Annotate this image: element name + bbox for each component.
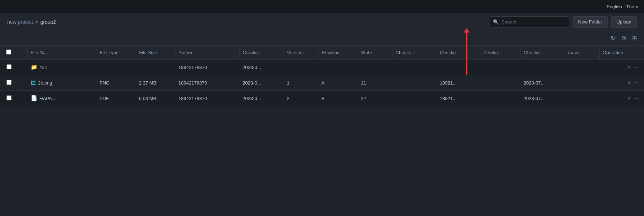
breadcrumb-bar: new proiect > group2 🔍 New Folder Upload [0, 13, 644, 31]
top-bar: English Them [0, 0, 644, 13]
row-state [358, 60, 392, 75]
favorite-icon[interactable]: ★ [627, 95, 631, 101]
breadcrumb-root[interactable]: new proiect [7, 19, 33, 25]
new-folder-button[interactable]: New Folder [573, 16, 607, 28]
fullscreen-icon[interactable]: ⧉ [620, 34, 627, 43]
header-state[interactable]: State [358, 46, 392, 60]
header-checkbox-cell[interactable] [0, 46, 18, 60]
theme-selector[interactable]: Them [626, 4, 638, 9]
table-row: 📄 HAPAT... PDF 6.03 MB 18942178870 2023-… [0, 91, 644, 106]
row-checke3 [481, 75, 520, 91]
row-checke4: 2023-07... [521, 75, 565, 91]
row-checkbox-cell[interactable] [0, 60, 18, 75]
toolbar-row: ↻ ⧉ ⊞ [0, 31, 644, 46]
row-author: 18942178870 [176, 91, 240, 106]
header-revision[interactable]: Revision [319, 46, 358, 60]
row-checke4: 2023-07... [521, 91, 565, 106]
row-checkbox-cell[interactable] [0, 91, 18, 106]
row-checke1 [392, 60, 437, 75]
row-filename[interactable]: 📁 #21 [28, 60, 97, 75]
row-checke2: 18921... [437, 91, 481, 106]
row-revision: B [319, 91, 358, 106]
file-type-icon: 📁 [31, 64, 37, 70]
row-state: 22 [358, 91, 392, 106]
filename-text: #21 [40, 65, 48, 70]
file-type-icon: 📄 [31, 95, 37, 101]
red-arrow-indicator [466, 32, 467, 75]
more-options-icon[interactable]: ··· [634, 63, 641, 71]
row-filesize [136, 60, 176, 75]
row-creation: 2023-0... [240, 60, 284, 75]
row-operation[interactable]: ★ ··· [600, 91, 644, 106]
header-filesize[interactable]: File Size [136, 46, 176, 60]
row-creation: 2023-0... [240, 75, 284, 91]
breadcrumb-actions: 🔍 New Folder Upload [490, 16, 637, 28]
row-revision [319, 60, 358, 75]
row-checkbox-cell[interactable] [0, 75, 18, 91]
table-row: 📁 #21 18942178870 2023-0... ★ ··· [0, 60, 644, 75]
header-checke2[interactable]: Checke... [437, 46, 481, 60]
breadcrumb-current: group2 [40, 19, 56, 25]
header-version[interactable]: Version [284, 46, 319, 60]
upload-button[interactable]: Upload [611, 16, 637, 28]
row-author: 18942178870 [176, 60, 240, 75]
row-operation[interactable]: ★ ··· [600, 60, 644, 75]
row-drag-handle [18, 91, 27, 106]
row-checke2 [437, 60, 481, 75]
row-drag-handle [18, 75, 27, 91]
header-checke1[interactable]: Checke... [392, 46, 437, 60]
language-selector[interactable]: English [607, 4, 622, 9]
row-version: 1 [284, 75, 319, 91]
header-checke4[interactable]: Checke... [521, 46, 565, 60]
row-filetype: PNG [97, 75, 136, 91]
header-drag [18, 46, 27, 60]
favorite-icon[interactable]: ★ [627, 79, 631, 86]
grid-icon[interactable]: ⊞ [631, 33, 638, 43]
row-checkbox[interactable] [6, 95, 12, 100]
file-table: File Na... File Type File Size Author Cr… [0, 46, 644, 106]
row-checkbox[interactable] [6, 64, 12, 69]
row-major [565, 60, 600, 75]
table-header-row: File Na... File Type File Size Author Cr… [0, 46, 644, 60]
search-input[interactable] [501, 19, 566, 25]
row-checke3 [481, 60, 520, 75]
row-checke2: 18921... [437, 75, 481, 91]
header-author[interactable]: Author [176, 46, 240, 60]
row-revision: A [319, 75, 358, 91]
row-author: 18942178870 [176, 75, 240, 91]
row-major [565, 75, 600, 91]
header-creation[interactable]: Creatio... [240, 46, 284, 60]
row-checke4 [521, 60, 565, 75]
row-creation: 2023-0... [240, 91, 284, 106]
row-filename[interactable]: 📄 HAPAT... [28, 91, 97, 106]
header-major[interactable]: major [565, 46, 600, 60]
row-version [284, 60, 319, 75]
more-options-icon[interactable]: ··· [634, 94, 641, 102]
header-filename[interactable]: File Na... [28, 46, 97, 60]
refresh-icon[interactable]: ↻ [609, 33, 617, 43]
header-operation[interactable]: Operation [600, 46, 644, 60]
row-checkbox[interactable] [6, 80, 12, 85]
favorite-icon[interactable]: ★ [627, 64, 631, 70]
table-row: 🖼 2k.png PNG 2.37 MB 18942178870 2023-0.… [0, 75, 644, 91]
file-table-container: File Na... File Type File Size Author Cr… [0, 46, 644, 106]
select-all-checkbox[interactable] [6, 49, 11, 55]
row-version: 2 [284, 91, 319, 106]
row-filesize: 6.03 MB [136, 91, 176, 106]
row-checke1 [392, 91, 437, 106]
row-filetype [97, 60, 136, 75]
filename-text: 2k.png [38, 80, 52, 86]
row-filesize: 2.37 MB [136, 75, 176, 91]
header-filetype[interactable]: File Type [97, 46, 136, 60]
table-body: 📁 #21 18942178870 2023-0... ★ ··· 🖼 [0, 60, 644, 106]
more-options-icon[interactable]: ··· [634, 79, 641, 87]
row-state: 11 [358, 75, 392, 91]
row-operation[interactable]: ★ ··· [600, 75, 644, 91]
search-box[interactable]: 🔍 [490, 16, 569, 28]
header-checke3[interactable]: Cheke... [481, 46, 520, 60]
row-major [565, 91, 600, 106]
row-filetype: PDF [97, 91, 136, 106]
row-filename[interactable]: 🖼 2k.png [28, 75, 97, 91]
row-drag-handle [18, 60, 27, 75]
row-checke1 [392, 75, 437, 91]
